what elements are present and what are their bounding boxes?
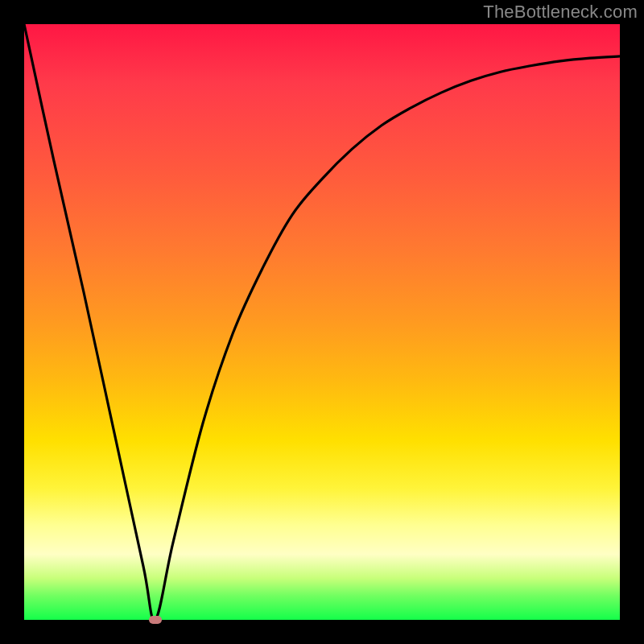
plot-area <box>24 24 620 620</box>
chart-frame: TheBottleneck.com <box>0 0 644 644</box>
curve-svg <box>24 24 620 620</box>
watermark-text: TheBottleneck.com <box>483 2 638 23</box>
bottleneck-curve <box>24 24 620 620</box>
optimum-marker <box>149 616 162 624</box>
